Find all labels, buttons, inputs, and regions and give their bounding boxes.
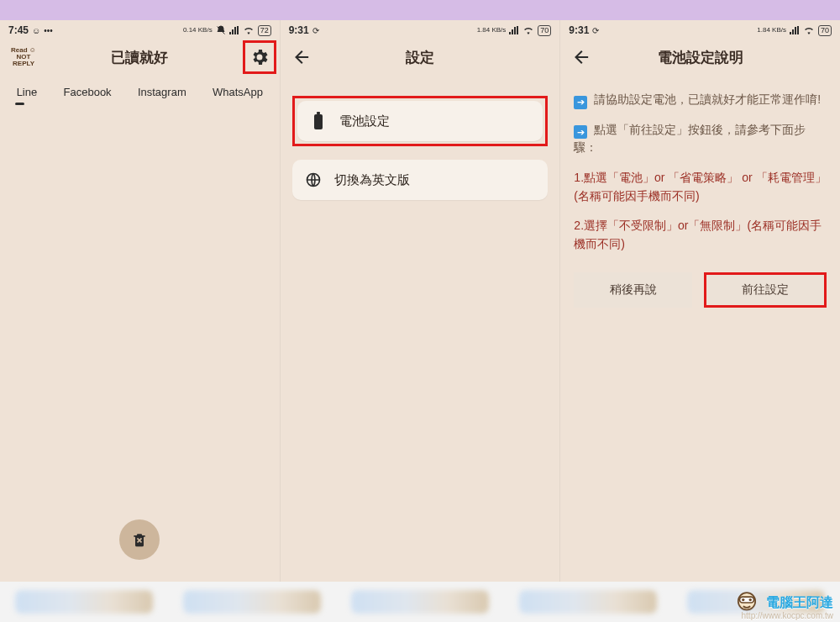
status-icon: ⟳ [592, 26, 599, 35]
screen-main: 7:45 ☺ ••• 0.14 KB/s 72 [0, 20, 280, 582]
globe-icon [304, 171, 323, 188]
signal-icon [509, 26, 519, 34]
header: Read ☺ NOT REPLY 已讀就好 [0, 39, 280, 76]
page-title: 已讀就好 [111, 48, 168, 67]
watermark-text: 電腦王阿達 [766, 594, 833, 612]
messenger-tabs: Line Facebook Instagram WhatsApp [0, 76, 280, 103]
status-icon: ⟳ [312, 26, 319, 35]
language-switch-item[interactable]: 切換為英文版 [292, 160, 549, 200]
net-speed: 1.84 KB/s [477, 27, 507, 34]
page-title: 設定 [406, 48, 434, 67]
svg-rect-0 [314, 114, 323, 129]
clock: 9:31 [289, 24, 309, 36]
net-speed: 1.84 KB/s [757, 27, 786, 34]
language-switch-label: 切換為英文版 [334, 172, 410, 188]
instruction-step1a: 1.點選「電池」or 「省電策略」 or 「耗電管理」 [574, 171, 826, 184]
signal-icon [790, 26, 800, 34]
svg-point-5 [742, 598, 744, 601]
tab-line[interactable]: Line [13, 81, 41, 103]
clock: 7:45 [8, 24, 29, 36]
arrow-left-icon [571, 48, 590, 66]
screen-settings: 9:31 ⟳ 1.84 KB/s 70 設定 [280, 20, 560, 582]
battery-settings-label: 電池設定 [339, 113, 390, 129]
instruction-step2: 2.選擇「不受限制」or「無限制」(名稱可能因手機而不同) [574, 217, 827, 253]
watermark: 電腦王阿達 http://www.kocpc.com.tw [732, 588, 833, 617]
instructions: ➔ 請協助設定電池，已讀就好才能正常運作唷! ➔ 點選「前往設定」按鈕後，請參考… [560, 76, 840, 266]
app-logo: Read ☺ NOT REPLY [5, 39, 42, 76]
mute-icon [216, 25, 226, 35]
battery-level: 72 [258, 25, 271, 36]
wifi-icon [522, 26, 534, 34]
action-buttons: 稍後再說 前往設定 [560, 272, 840, 308]
battery-settings-highlight: 電池設定 [292, 96, 549, 146]
status-bar: 9:31 ⟳ 1.84 KB/s 70 [281, 20, 560, 39]
instruction-line1: 請協助設定電池，已讀就好才能正常運作唷! [594, 92, 821, 106]
instruction-step1b: (名稱可能因手機而不同) [574, 189, 699, 203]
svg-rect-4 [740, 597, 754, 603]
battery-level: 70 [818, 25, 832, 36]
arrow-right-icon: ➔ [574, 125, 587, 139]
watermark-url: http://www.kocpc.com.tw [742, 611, 833, 620]
gear-icon [249, 47, 270, 67]
header: 設定 [281, 39, 560, 76]
svg-rect-1 [317, 112, 320, 114]
logo-line2: NOT REPLY [5, 54, 42, 67]
page-title: 電池設定說明 [658, 48, 743, 67]
tab-whatsapp[interactable]: WhatsApp [209, 81, 266, 103]
clock: 9:31 [569, 24, 589, 36]
status-bar: 7:45 ☺ ••• 0.14 KB/s 72 [0, 20, 280, 39]
arrow-right-icon: ➔ [574, 96, 587, 109]
wifi-icon [243, 26, 255, 34]
svg-point-6 [749, 598, 752, 601]
trash-icon [131, 531, 148, 548]
later-label: 稍後再說 [610, 282, 657, 298]
screen-battery-help: 9:31 ⟳ 1.84 KB/s 70 電池設定說明 ➔ [559, 20, 840, 582]
tab-facebook[interactable]: Facebook [60, 81, 115, 103]
battery-settings-item[interactable]: 電池設定 [297, 101, 543, 141]
decorative-top-bar [0, 0, 840, 20]
go-settings-label: 前往設定 [742, 282, 789, 298]
blurred-nav-bar [0, 582, 840, 622]
later-button[interactable]: 稍後再說 [574, 272, 691, 308]
wifi-icon [803, 26, 815, 34]
header: 電池設定說明 [560, 39, 840, 76]
status-emoji: ☺ [32, 26, 40, 35]
battery-icon [309, 112, 328, 130]
back-button[interactable] [286, 39, 316, 76]
go-settings-button[interactable]: 前往設定 [704, 272, 827, 308]
status-bar: 9:31 ⟳ 1.84 KB/s 70 [560, 20, 840, 39]
trash-fab[interactable] [119, 519, 160, 560]
instruction-line2: 點選「前往設定」按鈕後，請參考下面步驟： [574, 123, 806, 155]
arrow-left-icon [291, 48, 310, 66]
signal-icon [229, 26, 239, 34]
net-speed: 0.14 KB/s [183, 27, 213, 34]
battery-level: 70 [538, 25, 551, 36]
settings-button[interactable] [243, 40, 276, 74]
tab-instagram[interactable]: Instagram [134, 81, 190, 103]
back-button[interactable] [565, 39, 596, 76]
status-dots: ••• [44, 26, 53, 35]
